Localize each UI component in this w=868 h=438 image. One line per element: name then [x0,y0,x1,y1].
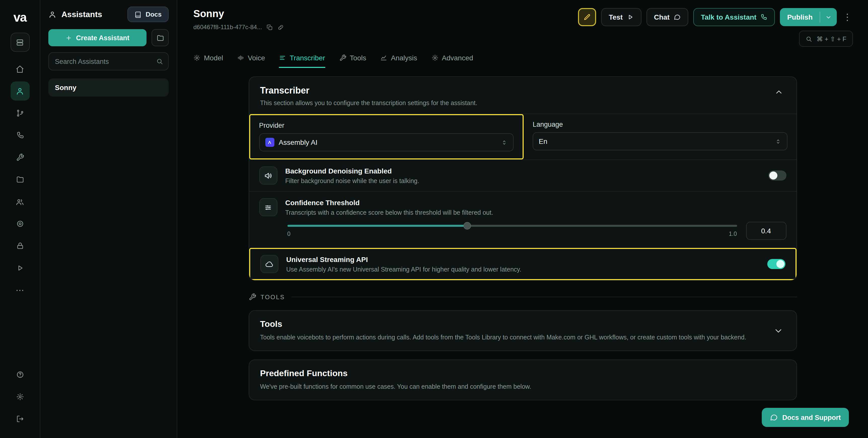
setting-description: Transcripts with a confidence score belo… [285,209,786,216]
predefined-functions-card: Predefined Functions We've pre-built fun… [248,360,797,400]
tab-model[interactable]: Model [193,54,223,68]
rail-item-squads[interactable] [10,192,29,211]
chat-button[interactable]: Chat [647,8,688,26]
tools-title: Tools [260,319,757,329]
rail-item-workflows[interactable] [10,104,29,123]
tab-analysis[interactable]: Analysis [380,54,417,68]
setting-title: Universal Streaming API [286,255,759,263]
background-denoising-row: Background Denoising Enabled Filter back… [249,159,796,191]
language-select[interactable]: En [533,132,787,150]
test-button[interactable]: Test [601,8,642,26]
pencil-icon [583,13,591,21]
rail-item-more[interactable]: ⋯ [10,280,29,300]
gear-icon [16,393,24,401]
setting-description: Use Assembly AI's new Universal Streamin… [286,266,759,273]
tab-voice[interactable]: Voice [237,54,265,68]
create-assistant-button[interactable]: Create Assistant [48,29,147,46]
language-field: Language En [524,114,796,159]
header-actions: Test Chat Talk to Assistant Publish [578,8,853,47]
rail-item-tools[interactable] [10,148,29,167]
toggle-knob [769,171,777,179]
book-icon [134,11,142,18]
assistant-id: d60467f8-111b-477c-84... [193,24,262,31]
chevron-down-icon[interactable] [820,8,837,26]
assistant-tabs: Model Voice Transcriber Tools Analysis A… [177,47,868,68]
tab-advanced[interactable]: Advanced [431,54,473,68]
transcriber-card: Transcriber This section allows you to c… [248,76,797,280]
tab-tools[interactable]: Tools [339,54,366,68]
setting-title: Background Denoising Enabled [285,167,760,175]
publish-button[interactable]: Publish [780,8,837,26]
talk-to-assistant-button[interactable]: Talk to Assistant [693,8,775,26]
assistant-title-block: Sonny d60467f8-111b-477c-84... [193,8,284,31]
wrench-icon [16,154,24,161]
docs-and-support-button[interactable]: Docs and Support [762,408,849,427]
rail-item-logout[interactable] [10,409,29,429]
section-subtitle: This section allows you to configure the… [260,100,477,107]
chevron-down-icon [773,326,783,336]
more-menu-button[interactable]: ⋮ [842,12,853,22]
search-shortcut[interactable]: ⌘ + ⇧ + F [799,31,853,47]
rail-item-settings[interactable] [10,387,29,406]
slider-handle[interactable] [463,222,471,230]
tools-section-divider: TOOLS [248,293,797,301]
predefined-description: We've pre-built functions for common use… [260,382,753,391]
chat-bubble-icon [674,13,681,21]
lock-icon [16,242,24,250]
rail-item-assistants[interactable] [10,81,29,101]
confidence-value-input[interactable]: 0.4 [746,222,786,240]
link-icon[interactable] [278,24,284,30]
slider-fill [287,225,467,227]
provider-label: Provider [259,122,514,129]
levels-icon-tile [259,198,277,216]
more-horizontal-icon: ⋯ [16,286,24,295]
git-branch-icon [16,109,24,117]
rail-item-help[interactable] [10,365,29,384]
rail-item-files[interactable] [10,170,29,189]
tab-content: Transcriber This section allows you to c… [177,68,868,438]
search-assistants-input[interactable] [48,52,169,70]
assemblyai-logo-icon [265,138,274,147]
cloud-icon-tile [260,255,278,273]
target-icon [16,220,24,228]
plus-icon [65,34,72,41]
users-icon [16,197,24,206]
provider-select[interactable]: Assembly AI [259,133,514,151]
copy-icon[interactable] [267,24,273,30]
edit-button[interactable] [578,8,596,26]
tools-card: Tools Tools enable voicebots to perform … [248,310,797,351]
background-denoising-toggle[interactable] [768,170,786,180]
confidence-slider: 0 1.0 [287,222,737,237]
unfold-icon [501,139,507,145]
rail-item-overview[interactable] [10,59,29,78]
assistant-list-item[interactable]: Sonny [48,78,169,97]
collapse-button[interactable] [772,86,785,99]
rail-item-phone-numbers[interactable] [10,126,29,145]
provider-language-row: Provider Assembly AI Language [249,114,796,159]
help-circle-icon [16,371,24,379]
universal-streaming-row-highlighted: Universal Streaming API Use Assembly AI'… [249,248,796,280]
phone-icon [16,131,24,139]
universal-streaming-toggle[interactable] [767,259,785,269]
rail-item-community[interactable] [10,214,29,233]
rail-item-vault[interactable] [10,236,29,256]
unfold-icon [775,138,781,144]
text-lines-icon [279,54,286,61]
section-title: Transcriber [260,86,477,96]
stacked-cards-icon [16,38,24,46]
confidence-threshold-row: Confidence Threshold Transcripts with a … [249,191,796,217]
docs-button[interactable]: Docs [127,6,169,22]
expand-tools-button[interactable] [771,324,785,338]
search-icon [156,58,163,65]
rail-item-test[interactable] [10,259,29,278]
divider-label: TOOLS [260,294,285,300]
phone-icon [761,13,768,21]
slider-track[interactable] [287,225,737,227]
assistant-header: Sonny d60467f8-111b-477c-84... Test [177,0,868,47]
tab-transcriber[interactable]: Transcriber [279,54,325,68]
divider-line [291,297,797,297]
new-folder-button[interactable] [152,29,169,46]
assistants-sidebar: Assistants Docs Create Assistant Sonny [40,0,177,438]
workspace-switcher-button[interactable] [10,33,29,52]
chat-bubble-icon [770,413,778,422]
